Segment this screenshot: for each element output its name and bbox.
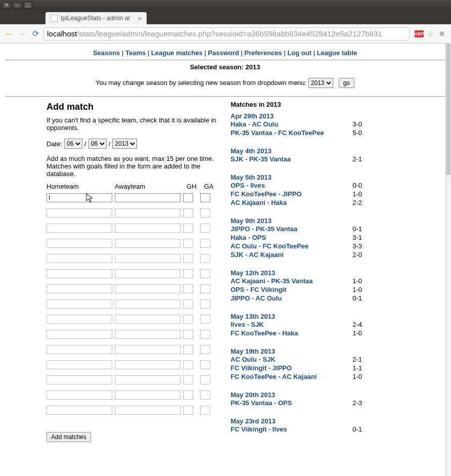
season-select[interactable]: 2013 (308, 78, 333, 88)
gh-input[interactable] (183, 375, 193, 384)
hometeam-input[interactable] (47, 269, 112, 278)
awayteam-input[interactable] (115, 193, 181, 202)
ga-input[interactable] (200, 360, 210, 369)
hometeam-input[interactable] (47, 406, 112, 415)
match-link[interactable]: Haka - OPS (231, 234, 266, 241)
hometeam-input[interactable] (47, 284, 112, 293)
gh-input[interactable] (183, 224, 193, 233)
awayteam-input[interactable] (115, 330, 181, 339)
hometeam-input[interactable] (47, 208, 112, 218)
nav-reload-icon[interactable]: ⟳ (30, 29, 40, 39)
ga-input[interactable] (200, 224, 210, 233)
match-link[interactable]: SJK - AC Kajaani (231, 251, 284, 258)
match-link[interactable]: FC KooTeePee - JIPPO (231, 190, 302, 198)
match-date-link[interactable]: May 12th 2013 (231, 269, 275, 277)
adblock-icon[interactable]: ABP (415, 30, 424, 37)
awayteam-input[interactable] (115, 299, 181, 309)
tab-close-icon[interactable]: × (138, 15, 142, 22)
match-link[interactable]: JIPPO - PK-35 Vantaa (231, 225, 297, 233)
gh-input[interactable] (183, 208, 193, 218)
date-month-select[interactable]: 06 (88, 139, 107, 149)
ga-input[interactable] (200, 299, 210, 309)
ga-input[interactable] (200, 284, 210, 293)
awayteam-input[interactable] (115, 406, 181, 415)
hometeam-input[interactable] (47, 375, 112, 384)
ga-input[interactable] (200, 239, 210, 248)
ga-input[interactable] (200, 375, 210, 384)
match-date-link[interactable]: May 20th 2013 (231, 391, 275, 399)
hometeam-input[interactable] (47, 239, 112, 248)
bookmark-star-icon[interactable]: ☆ (427, 29, 434, 38)
hometeam-input[interactable] (47, 299, 112, 309)
gh-input[interactable] (183, 239, 193, 248)
ga-input[interactable] (200, 269, 210, 278)
ga-input[interactable] (200, 193, 210, 202)
gh-input[interactable] (183, 284, 193, 293)
nav-link-league-matches[interactable]: League matches (151, 49, 203, 57)
match-date-link[interactable]: May 19th 2013 (231, 348, 275, 355)
nav-link-teams[interactable]: Teams (125, 49, 146, 57)
hometeam-input[interactable] (47, 360, 112, 369)
hometeam-input[interactable] (47, 224, 112, 233)
add-matches-button[interactable]: Add matches (47, 432, 91, 442)
scrollbar[interactable] (445, 44, 451, 476)
ga-input[interactable] (200, 391, 210, 400)
hometeam-input[interactable] (47, 315, 112, 324)
match-link[interactable]: FC Viikingit - Ilves (231, 425, 287, 433)
match-link[interactable]: OPS - FC Viikingit (231, 286, 286, 293)
match-date-link[interactable]: May 4th 2013 (231, 147, 272, 155)
ga-input[interactable] (200, 315, 210, 324)
match-link[interactable]: PK-35 Vantaa - FC KooTeePee (231, 129, 324, 137)
gh-input[interactable] (183, 254, 193, 263)
date-year-select[interactable]: 2013 (112, 139, 137, 149)
awayteam-input[interactable] (115, 360, 181, 369)
awayteam-input[interactable] (115, 375, 181, 384)
hometeam-input[interactable] (47, 345, 112, 354)
nav-link-preferences[interactable]: Preferences (244, 49, 282, 57)
awayteam-input[interactable] (115, 254, 181, 263)
match-date-link[interactable]: May 9th 2013 (231, 217, 272, 225)
match-date-link[interactable]: May 5th 2013 (231, 174, 272, 181)
url-bar[interactable]: localhost/stats/league/admin/leaguematch… (43, 27, 410, 40)
awayteam-input[interactable] (115, 239, 181, 248)
match-link[interactable]: AC Kajaani - PK-35 Vantaa (231, 277, 313, 285)
hometeam-input[interactable] (47, 254, 112, 263)
browser-tab[interactable]: tplLeagueStats - admin ar × (46, 12, 147, 24)
match-date-link[interactable]: May 23rd 2013 (231, 417, 276, 425)
awayteam-input[interactable] (115, 208, 181, 218)
match-link[interactable]: FC Viikingit - JIPPO (231, 364, 292, 372)
match-link[interactable]: FC KooTeePee - Haka (231, 329, 298, 337)
nav-link-seasons[interactable]: Seasons (93, 49, 120, 57)
awayteam-input[interactable] (115, 345, 181, 354)
nav-link-password[interactable]: Password (208, 49, 239, 57)
nav-link-league-table[interactable]: League table (317, 49, 357, 57)
gh-input[interactable] (183, 330, 193, 339)
ga-input[interactable] (200, 345, 210, 354)
awayteam-input[interactable] (115, 391, 181, 400)
match-date-link[interactable]: Apr 29th 2013 (231, 112, 274, 120)
gh-input[interactable] (183, 391, 193, 400)
match-link[interactable]: JIPPO - AC Oulu (231, 294, 282, 302)
gh-input[interactable] (183, 299, 193, 309)
awayteam-input[interactable] (115, 269, 181, 278)
hometeam-input[interactable] (47, 193, 112, 202)
ga-input[interactable] (200, 406, 210, 415)
awayteam-input[interactable] (115, 315, 181, 324)
awayteam-input[interactable] (115, 284, 181, 293)
match-link[interactable]: Haka - AC Oulu (231, 120, 278, 128)
hometeam-input[interactable] (47, 391, 112, 400)
scrollbar-thumb[interactable] (446, 44, 450, 175)
match-link[interactable]: Ilves - SJK (231, 321, 264, 328)
season-go-button[interactable]: go (339, 78, 354, 88)
gh-input[interactable] (183, 193, 193, 202)
gh-input[interactable] (183, 406, 193, 415)
gh-input[interactable] (183, 315, 193, 324)
nav-link-log-out[interactable]: Log out (287, 49, 311, 57)
window-maximize-button[interactable]: ▢ (23, 2, 32, 9)
window-minimize-button[interactable]: — (13, 2, 22, 9)
awayteam-input[interactable] (115, 224, 181, 233)
gh-input[interactable] (183, 269, 193, 278)
ga-input[interactable] (200, 330, 210, 339)
match-link[interactable]: AC Oulu - SJK (231, 356, 276, 363)
ga-input[interactable] (200, 254, 210, 263)
